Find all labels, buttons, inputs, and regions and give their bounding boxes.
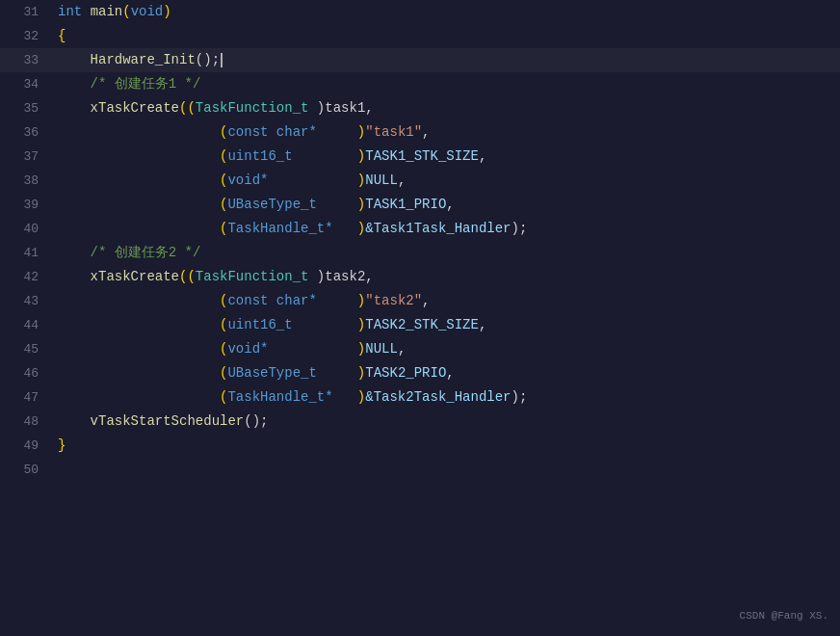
token: uint16_t (227, 317, 292, 332)
code-line: 35 xTaskCreate((TaskFunction_t )task1, (0, 96, 840, 120)
token (82, 4, 90, 19)
token: TASK1_PRIO (365, 197, 446, 212)
token: (); (244, 413, 268, 429)
token: const char* (227, 124, 316, 140)
line-number: 42 (0, 265, 53, 289)
code-line: 47 (TaskHandle_t* )&Task2Task_Handler); (0, 385, 840, 410)
token: , (446, 197, 454, 212)
token: TaskHandle_t* (227, 221, 332, 236)
token: "task1" (365, 124, 422, 140)
code-line: 50 (0, 458, 840, 482)
line-number: 47 (0, 385, 53, 410)
token (58, 76, 91, 92)
token: , (422, 293, 430, 308)
code-line: 49} (0, 434, 840, 458)
line-content: (TaskHandle_t* )&Task1Task_Handler); (53, 217, 840, 241)
token (58, 293, 220, 308)
token: uint16_t (227, 148, 292, 164)
line-number: 49 (0, 434, 53, 458)
line-number: 43 (0, 289, 53, 313)
token: ) (317, 293, 365, 308)
token: UBaseType_t (227, 365, 316, 381)
token: /* 创建任务2 */ (91, 245, 201, 260)
code-line: 45 (void* )NULL, (0, 337, 840, 361)
token: ) (333, 221, 366, 236)
code-content: 31int main(void)32{33 Hardware_Init();34… (0, 0, 840, 636)
code-line: 34 /* 创建任务1 */ (0, 72, 840, 96)
line-content: (UBaseType_t )TASK1_PRIO, (53, 193, 840, 217)
token: ) (268, 341, 365, 357)
token: UBaseType_t (227, 197, 316, 212)
token: ) (317, 365, 365, 381)
code-line: 43 (const char* )"task2", (0, 289, 840, 313)
token (58, 365, 220, 381)
line-number: 35 (0, 96, 53, 120)
token: main (91, 4, 123, 19)
token: , (479, 148, 486, 164)
line-number: 44 (0, 313, 53, 337)
line-content: Hardware_Init(); (53, 48, 840, 72)
token (58, 197, 220, 212)
token: "task2" (365, 293, 422, 308)
token (58, 245, 91, 260)
token: &Task2Task_Handler (365, 389, 511, 405)
token: , (479, 317, 486, 332)
token: &Task1Task_Handler (365, 221, 511, 236)
line-content: xTaskCreate((TaskFunction_t )task2, (53, 265, 840, 289)
line-content: (void* )NULL, (53, 337, 840, 361)
token (58, 100, 91, 116)
token: , (446, 365, 454, 381)
text-cursor (221, 53, 223, 67)
code-line: 42 xTaskCreate((TaskFunction_t )task2, (0, 265, 840, 289)
line-number: 31 (0, 0, 53, 24)
line-number: 33 (0, 48, 53, 72)
code-line: 40 (TaskHandle_t* )&Task1Task_Handler); (0, 217, 840, 241)
token: TASK1_STK_SIZE (365, 148, 479, 164)
code-line: 44 (uint16_t )TASK2_STK_SIZE, (0, 313, 840, 337)
line-content: /* 创建任务1 */ (53, 72, 840, 96)
token: void* (227, 341, 268, 357)
token (58, 341, 220, 357)
token (58, 148, 220, 164)
token: (); (196, 52, 220, 67)
token: TaskFunction_t (196, 100, 309, 116)
token: (( (179, 269, 196, 284)
code-line: 39 (UBaseType_t )TASK1_PRIO, (0, 193, 840, 217)
token: , (422, 124, 430, 140)
token: ) (163, 4, 171, 19)
token (58, 52, 91, 67)
token (58, 172, 220, 188)
line-number: 32 (0, 24, 53, 48)
token: NULL (365, 172, 398, 188)
line-number: 41 (0, 241, 53, 265)
line-number: 39 (0, 193, 53, 217)
token: TaskHandle_t* (227, 389, 332, 405)
line-number: 34 (0, 72, 53, 96)
token: )task2, (308, 269, 373, 284)
token: xTaskCreate (91, 100, 179, 116)
token (58, 269, 91, 284)
code-line: 48 vTaskStartScheduler(); (0, 410, 840, 434)
token: NULL (365, 341, 398, 357)
line-content: xTaskCreate((TaskFunction_t )task1, (53, 96, 840, 120)
code-line: 32{ (0, 24, 840, 48)
token: Hardware_Init (91, 52, 196, 67)
token: void (131, 4, 164, 19)
line-number: 45 (0, 337, 53, 361)
line-number: 36 (0, 120, 53, 145)
code-line: 46 (UBaseType_t )TASK2_PRIO, (0, 361, 840, 385)
token: ) (268, 172, 365, 188)
token (58, 389, 220, 405)
token: const char* (227, 293, 316, 308)
token (58, 413, 91, 429)
line-content: (const char* )"task2", (53, 289, 840, 313)
token (58, 124, 220, 140)
token: } (58, 437, 66, 453)
code-line: 31int main(void) (0, 0, 840, 24)
token: /* 创建任务1 */ (91, 76, 201, 92)
token: ); (512, 389, 528, 405)
token: TASK2_STK_SIZE (365, 317, 479, 332)
token: { (58, 28, 66, 43)
token: void* (227, 172, 268, 188)
code-line: 37 (uint16_t )TASK1_STK_SIZE, (0, 145, 840, 169)
